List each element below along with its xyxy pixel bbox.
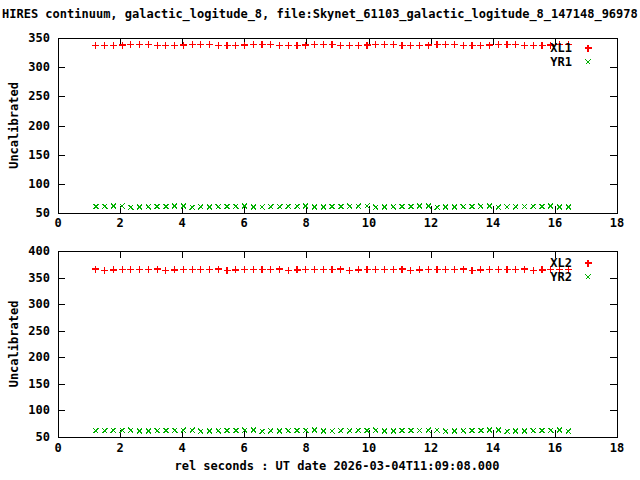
charts-group: 02468101214161850100150200250300350Uncal… bbox=[7, 31, 624, 455]
x-tick-label: 6 bbox=[240, 441, 247, 455]
legend-label: YR2 bbox=[550, 270, 572, 284]
x-tick-label: 2 bbox=[116, 441, 123, 455]
y-tick-label: 400 bbox=[28, 244, 50, 258]
chart-1: 02468101214161850100150200250300350Uncal… bbox=[7, 31, 624, 230]
x-tick-label: 18 bbox=[610, 216, 624, 230]
y-tick-label: 250 bbox=[28, 89, 50, 103]
data-points bbox=[93, 204, 570, 210]
data-series-XL1 bbox=[92, 41, 571, 49]
legend-marker bbox=[586, 60, 591, 65]
y-tick-label: 300 bbox=[28, 60, 50, 74]
x-tick-label: 4 bbox=[178, 216, 185, 230]
legend-marker bbox=[585, 260, 592, 267]
y-axis-label: Uncalibrated bbox=[7, 301, 21, 388]
x-tick-label: 10 bbox=[362, 441, 376, 455]
y-tick-label: 100 bbox=[28, 403, 50, 417]
data-series-YR2 bbox=[93, 428, 570, 434]
y-tick-label: 150 bbox=[28, 377, 50, 391]
y-tick-label: 50 bbox=[36, 430, 50, 444]
x-axis-label: rel seconds : UT date 2026-03-04T11:09:0… bbox=[174, 459, 499, 473]
data-points bbox=[92, 41, 571, 49]
data-points bbox=[92, 266, 571, 274]
y-tick-label: 200 bbox=[28, 119, 50, 133]
x-tick-label: 8 bbox=[302, 441, 309, 455]
data-points bbox=[93, 428, 570, 434]
y-tick-label: 100 bbox=[28, 177, 50, 191]
x-tick-label: 14 bbox=[486, 441, 500, 455]
x-tick-label: 18 bbox=[610, 441, 624, 455]
plot-border bbox=[58, 38, 617, 213]
legend-label: XL1 bbox=[550, 41, 572, 55]
chart-2: 02468101214161850100150200250300350400Un… bbox=[7, 244, 624, 455]
y-tick-label: 350 bbox=[28, 271, 50, 285]
legend-label: XL2 bbox=[550, 256, 572, 270]
legend-label: YR1 bbox=[550, 55, 572, 69]
x-tick-label: 8 bbox=[302, 216, 309, 230]
y-tick-label: 300 bbox=[28, 297, 50, 311]
y-tick-label: 200 bbox=[28, 350, 50, 364]
x-tick-label: 12 bbox=[424, 216, 438, 230]
gnuplot-window: HIRES continuum, galactic_logitude_8, fi… bbox=[0, 0, 640, 480]
x-tick-label: 6 bbox=[240, 216, 247, 230]
data-series-YR1 bbox=[93, 204, 570, 210]
x-tick-label: 2 bbox=[116, 216, 123, 230]
x-tick-label: 16 bbox=[548, 441, 562, 455]
data-series-XL2 bbox=[92, 266, 571, 274]
x-tick-label: 4 bbox=[178, 441, 185, 455]
y-tick-label: 50 bbox=[36, 206, 50, 220]
legend-marker bbox=[585, 45, 592, 52]
plot-canvas: HIRES continuum, galactic_logitude_8, fi… bbox=[0, 0, 640, 480]
legend-marker bbox=[586, 275, 591, 280]
y-tick-label: 250 bbox=[28, 324, 50, 338]
y-tick-label: 150 bbox=[28, 148, 50, 162]
chart-title: HIRES continuum, galactic_logitude_8, fi… bbox=[2, 7, 640, 22]
x-tick-label: 16 bbox=[548, 216, 562, 230]
x-tick-label: 10 bbox=[362, 216, 376, 230]
plot-border bbox=[58, 251, 617, 437]
y-axis-label: Uncalibrated bbox=[7, 82, 21, 169]
x-tick-label: 0 bbox=[54, 441, 61, 455]
y-tick-label: 350 bbox=[28, 31, 50, 45]
x-tick-label: 14 bbox=[486, 216, 500, 230]
x-tick-label: 12 bbox=[424, 441, 438, 455]
x-tick-label: 0 bbox=[54, 216, 61, 230]
